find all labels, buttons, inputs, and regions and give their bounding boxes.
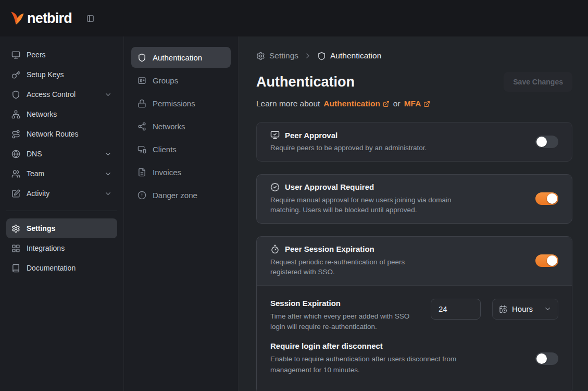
subnav-item-invoices[interactable]: Invoices <box>131 162 231 182</box>
subnav-item-permissions[interactable]: Permissions <box>131 93 231 114</box>
sidebar-item-dns[interactable]: DNS <box>6 144 117 164</box>
user-approval-toggle[interactable] <box>535 192 558 205</box>
peer-session-expiration-body: Session Expiration Time after which ever… <box>257 286 572 391</box>
sidebar-item-label: Networks <box>27 110 57 118</box>
netbird-logo-icon <box>9 10 25 26</box>
grid-icon <box>11 244 20 253</box>
sidebar-item-label: Peers <box>27 51 46 59</box>
sidebar-item-label: Network Routes <box>27 130 79 138</box>
external-link-icon <box>423 101 430 107</box>
monitor-icon <box>11 51 20 59</box>
breadcrumb-settings[interactable]: Settings <box>256 51 298 60</box>
gear-icon <box>11 224 20 233</box>
chevron-down-icon <box>104 91 112 99</box>
shield-icon <box>137 53 146 62</box>
sidebar-toggle-button[interactable] <box>85 14 95 23</box>
breadcrumb: Settings Authentication <box>256 51 572 60</box>
require-login-toggle[interactable] <box>535 352 558 365</box>
subnav-item-clients[interactable]: Clients <box>131 139 231 160</box>
key-icon <box>11 70 20 79</box>
external-link-icon <box>383 101 390 107</box>
sidebar-item-label: Settings <box>27 224 55 233</box>
sidebar-divider <box>6 211 117 211</box>
selected-unit: Hours <box>512 304 533 313</box>
top-header: netbird <box>0 0 588 36</box>
setting-label: Require login after disconnect <box>270 341 494 350</box>
require-login-row: Require login after disconnect Enable to… <box>270 337 558 380</box>
peer-session-expiration-card: Peer Session Expiration Request periodic… <box>256 236 572 391</box>
title-row: Authentication Save Changes <box>256 72 572 92</box>
main-row: Peers Setup Keys Access Control Networks… <box>0 36 588 391</box>
route-icon <box>11 130 20 139</box>
network-icon <box>11 110 20 119</box>
setting-label: Session Expiration <box>270 299 414 308</box>
shield-icon <box>317 52 326 60</box>
session-expiration-value-input[interactable] <box>431 299 481 320</box>
sidebar-item-setup-keys[interactable]: Setup Keys <box>6 65 117 84</box>
breadcrumb-authentication[interactable]: Authentication <box>317 51 381 60</box>
settings-subnav: Authentication Groups Permissions Networ… <box>123 36 239 391</box>
authentication-docs-link[interactable]: Authentication <box>323 99 390 108</box>
netbird-logo: netbird <box>9 10 72 27</box>
subnav-item-authentication[interactable]: Authentication <box>131 47 231 68</box>
subnav-item-label: Networks <box>153 122 185 131</box>
peer-approval-toggle[interactable] <box>535 136 558 148</box>
session-expiration-unit-select[interactable]: Hours <box>492 299 558 320</box>
page-title: Authentication <box>256 74 355 90</box>
breadcrumb-settings-label: Settings <box>269 51 298 60</box>
sidebar-item-documentation[interactable]: Documentation <box>6 258 117 278</box>
alert-circle-icon <box>137 191 146 200</box>
shield-icon <box>11 90 20 99</box>
mfa-docs-link[interactable]: MFA <box>404 99 431 108</box>
subnav-item-danger-zone[interactable]: Danger zone <box>131 185 231 205</box>
sidebar-item-networks[interactable]: Networks <box>6 104 117 124</box>
subnav-item-label: Permissions <box>153 99 195 108</box>
sidebar-item-network-routes[interactable]: Network Routes <box>6 124 117 144</box>
sidebar-item-label: Access Control <box>27 90 76 99</box>
subnav-item-label: Groups <box>153 76 178 85</box>
gear-icon <box>256 52 265 60</box>
subnav-item-networks[interactable]: Networks <box>131 116 231 137</box>
globe-icon <box>11 150 20 158</box>
main-content: Settings Authentication Authentication S… <box>239 36 588 391</box>
card-description: Require manual approval for new users jo… <box>270 195 455 215</box>
sidebar-item-peers[interactable]: Peers <box>6 45 117 65</box>
subnav-item-groups[interactable]: Groups <box>131 70 231 91</box>
screen-check-icon <box>270 130 280 140</box>
card-title: User Approval Required <box>285 182 374 191</box>
sidebar-item-settings[interactable]: Settings <box>6 218 117 238</box>
learn-more-middle: or <box>393 99 401 108</box>
toggle-knob <box>536 137 547 147</box>
sidebar-item-integrations[interactable]: Integrations <box>6 238 117 258</box>
sidebar-item-label: Integrations <box>27 244 65 252</box>
pen-square-icon <box>11 189 20 198</box>
sidebar-item-label: Documentation <box>27 264 76 272</box>
sidebar-item-activity[interactable]: Activity <box>6 184 117 203</box>
sidebar-item-label: Setup Keys <box>27 70 64 79</box>
brand-name: netbird <box>27 10 72 27</box>
card-description: Require peers to be approved by an admin… <box>270 143 427 153</box>
panel-left-icon <box>86 15 94 22</box>
sidebar-item-access-control[interactable]: Access Control <box>6 84 117 104</box>
sidebar-item-label: Team <box>27 169 44 178</box>
subnav-item-label: Clients <box>153 145 177 154</box>
toggle-knob <box>536 353 547 364</box>
app-root: netbird Peers Setup Keys Access Control <box>0 0 588 391</box>
session-expiration-row: Session Expiration Time after which ever… <box>270 294 558 337</box>
lock-icon <box>137 99 146 108</box>
user-approval-card: User Approval Required Require manual ap… <box>256 174 572 224</box>
share-icon <box>137 122 146 131</box>
card-description: Request periodic re-authentication of pe… <box>270 257 432 277</box>
calendar-clock-icon <box>499 305 507 313</box>
learn-more-prefix: Learn more about <box>256 99 320 108</box>
sidebar-item-label: Activity <box>27 189 49 198</box>
chevron-down-icon <box>104 170 112 178</box>
save-changes-button[interactable]: Save Changes <box>504 72 572 92</box>
sidebar-item-team[interactable]: Team <box>6 164 117 184</box>
peer-session-expiration-toggle[interactable] <box>535 254 558 267</box>
subnav-item-label: Danger zone <box>153 191 197 200</box>
learn-more-line: Learn more about Authentication or MFA <box>256 99 572 108</box>
invoice-icon <box>137 168 146 177</box>
peer-approval-card: Peer Approval Require peers to be approv… <box>256 122 572 162</box>
setting-description: Enable to require authentication after u… <box>270 354 494 375</box>
